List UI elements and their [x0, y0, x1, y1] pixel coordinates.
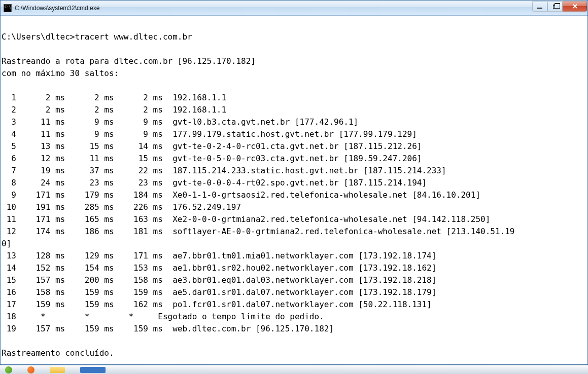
minimize-button[interactable] [532, 2, 547, 12]
cmd-window: C:\Windows\system32\cmd.exe ✕ C:\Users\d… [0, 0, 588, 365]
terminal-area[interactable]: C:\Users\dltec>tracert www.dltec.com.br … [1, 16, 587, 364]
terminal-output: C:\Users\dltec>tracert www.dltec.com.br … [1, 16, 587, 364]
taskbar-item-2[interactable] [27, 366, 34, 373]
cmd-icon [4, 4, 12, 12]
window-controls: ✕ [532, 2, 587, 12]
taskbar[interactable] [0, 365, 588, 374]
taskbar-item-4[interactable] [80, 367, 106, 373]
titlebar[interactable]: C:\Windows\system32\cmd.exe ✕ [1, 1, 587, 16]
close-button[interactable]: ✕ [563, 2, 587, 12]
taskbar-item-1[interactable] [5, 366, 12, 373]
window-title: C:\Windows\system32\cmd.exe [15, 5, 532, 12]
maximize-button[interactable] [547, 2, 563, 12]
taskbar-item-3[interactable] [50, 367, 65, 373]
